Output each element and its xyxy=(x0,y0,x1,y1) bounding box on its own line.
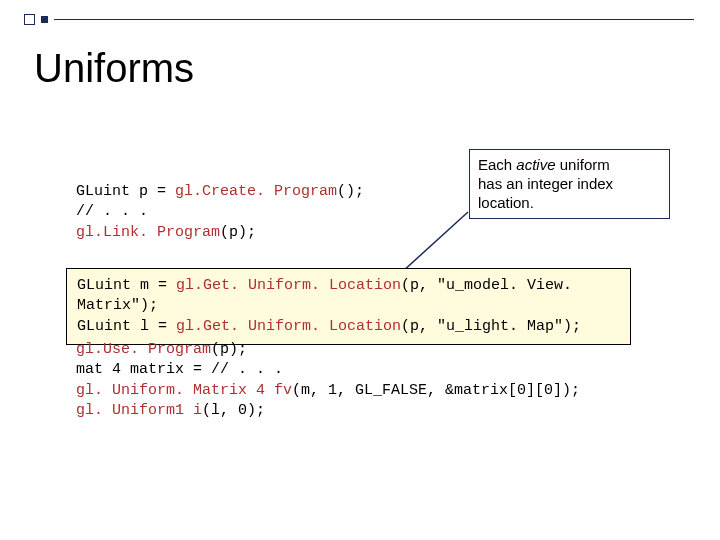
slide-title: Uniforms xyxy=(34,46,194,91)
callout-emphasis: active xyxy=(516,156,555,173)
code-text: (p); xyxy=(220,224,256,241)
callout-text: uniform xyxy=(556,156,610,173)
code-text: (l, 0); xyxy=(202,402,265,419)
callout-text: location. xyxy=(478,194,534,211)
code-highlight: gl.Use. Program xyxy=(76,341,211,358)
code-highlight: gl.Link. Program xyxy=(76,224,220,241)
callout-box: Each active uniform has an integer index… xyxy=(469,149,670,219)
callout-text: has an integer index xyxy=(478,175,613,192)
deco-square-outline xyxy=(24,14,35,25)
code-text: GLuint l = xyxy=(77,318,176,335)
code-highlight: gl.Get. Uniform. Location xyxy=(176,318,401,335)
code-text: (p, "u_light. Map"); xyxy=(401,318,581,335)
code-text: GLuint m = xyxy=(77,277,176,294)
code-text: // . . . xyxy=(76,202,364,222)
code-text: (); xyxy=(337,183,364,200)
code-box-highlighted: GLuint m = gl.Get. Uniform. Location(p, … xyxy=(66,268,631,345)
code-text: GLuint p = xyxy=(76,183,175,200)
code-block-usage: gl.Use. Program(p); mat 4 matrix = // . … xyxy=(76,340,580,421)
code-text: (p); xyxy=(211,341,247,358)
code-text: mat 4 matrix = // . . . xyxy=(76,360,580,380)
callout-text: Each xyxy=(478,156,516,173)
deco-line xyxy=(54,19,694,21)
code-text: (m, 1, GL_FALSE, &matrix[0][0]); xyxy=(292,382,580,399)
svg-line-0 xyxy=(402,212,468,272)
code-block-setup: GLuint p = gl.Create. Program(); // . . … xyxy=(76,182,364,243)
deco-square-filled xyxy=(41,16,48,23)
code-highlight: gl.Get. Uniform. Location xyxy=(176,277,401,294)
code-highlight: gl. Uniform1 i xyxy=(76,402,202,419)
code-highlight: gl.Create. Program xyxy=(175,183,337,200)
code-highlight: gl. Uniform. Matrix 4 fv xyxy=(76,382,292,399)
header-decoration xyxy=(24,14,694,25)
